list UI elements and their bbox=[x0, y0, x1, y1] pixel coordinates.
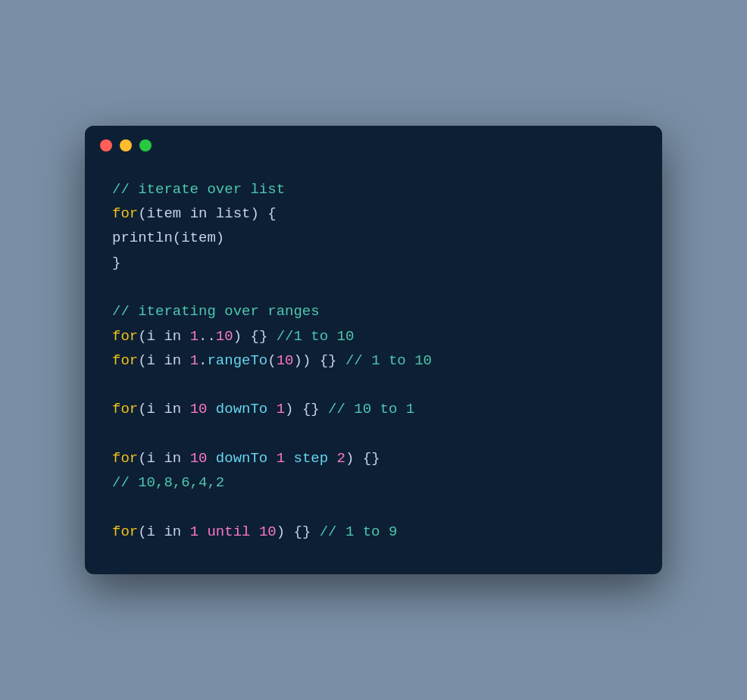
blank-line-3 bbox=[112, 422, 635, 446]
code-line-9: for(i in 1 until 10) {} // 1 to 9 bbox=[112, 520, 635, 544]
code-line-3: } bbox=[112, 251, 635, 275]
blank-line-1 bbox=[112, 275, 635, 299]
code-editor: // iterate over list for(item in list) {… bbox=[85, 159, 662, 574]
maximize-button[interactable] bbox=[139, 139, 152, 152]
code-line-6: for(i in 10 downTo 1) {} // 10 to 1 bbox=[112, 397, 635, 421]
close-button[interactable] bbox=[100, 139, 112, 152]
code-line-5: for(i in 1.rangeTo(10)) {} // 1 to 10 bbox=[112, 348, 635, 373]
code-line-7: for(i in 10 downTo 1 step 2) {} bbox=[112, 446, 635, 470]
code-line-1: for(item in list) { bbox=[112, 202, 635, 226]
code-line-8: // 10,8,6,4,2 bbox=[112, 470, 635, 495]
code-line-comment1: // iterate over list bbox=[112, 177, 635, 202]
code-line-comment2: // iterating over ranges bbox=[112, 299, 635, 323]
blank-line-4 bbox=[112, 495, 635, 520]
blank-line-2 bbox=[112, 373, 635, 397]
code-window: // iterate over list for(item in list) {… bbox=[85, 126, 662, 574]
code-line-2: println(item) bbox=[112, 226, 635, 250]
titlebar bbox=[85, 126, 662, 159]
code-line-4: for(i in 1..10) {} //1 to 10 bbox=[112, 324, 635, 348]
minimize-button[interactable] bbox=[120, 139, 132, 152]
